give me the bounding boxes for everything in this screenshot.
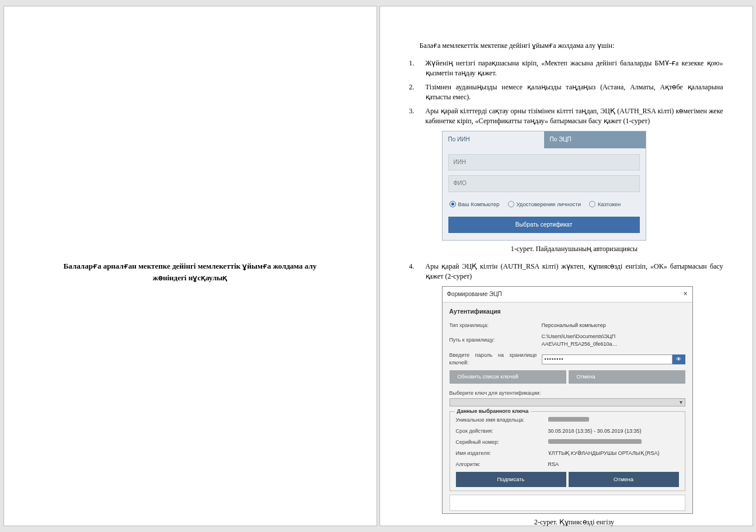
password-input[interactable]: •••••••• (542, 354, 673, 364)
auth-panel: По ИИН По ЭЦП ИИН ФИО Ваш Компьютер (442, 131, 646, 241)
list-item: Жүйенің негізгі парақшасына кіріп, «Мект… (409, 58, 723, 79)
radio-label: Удостоверение личности (517, 200, 581, 208)
label-storage-type: Тип хранилища: (450, 322, 537, 329)
eye-icon[interactable]: 👁 (673, 354, 685, 364)
radio-dot-icon (589, 201, 595, 207)
cancel-button-1[interactable]: Отмена (569, 370, 685, 384)
key-dropdown[interactable] (450, 398, 685, 406)
value-validity: 30.05.2018 (13:35) - 30.05.2019 (13:35) (548, 427, 679, 435)
password-wrap: •••••••• 👁 (542, 354, 685, 364)
label-issuer: Имя издателя: (456, 450, 544, 457)
radio-your-computer[interactable]: Ваш Компьютер (450, 200, 500, 208)
row-storage-path: Путь к хранилищу: C:\Users\User\Document… (450, 333, 685, 348)
value-storage-path: C:\Users\User\Documents\ЭЦП ААЕ\AUTH_RSA… (542, 333, 685, 348)
sign-button-row: Подписать Отмена (456, 472, 679, 487)
list-item: Ары қарай кілттерді сақтау орны тізіміне… (409, 106, 723, 255)
row-serial: Серийный номер: (456, 439, 679, 446)
value-algorithm: RSA (548, 461, 679, 468)
figure-1-caption: 1-сурет. Пайдаланушының авторизациясы (426, 244, 723, 254)
close-icon[interactable]: × (683, 289, 687, 299)
list-item-text: Ары қарай кілттерді сақтау орны тізіміне… (426, 107, 723, 125)
selected-key-fieldset: Данные выбранного ключа Уникальное имя в… (450, 411, 685, 491)
label-owner: Уникальное имя владельца: (456, 416, 544, 424)
document-spread: Балаларға арналған мектепке дейінгі мемл… (4, 6, 753, 526)
fieldset-legend: Данные выбранного ключа (455, 408, 531, 415)
figure-1: По ИИН По ЭЦП ИИН ФИО Ваш Компьютер (442, 131, 723, 241)
label-validity: Срок действия: (456, 427, 544, 435)
list-item-text: Ары қарай ЭЦҚ кілтін (AUTH_RSA кілті) жү… (426, 262, 723, 280)
output-area (450, 495, 685, 511)
radio-dot-icon (508, 201, 514, 207)
select-key-label: Выберите ключ для аутентификации: (450, 390, 685, 397)
row-password: Введите пароль на хранилище ключей: ••••… (450, 352, 685, 367)
dialog-body: Аутентификация Тип хранилища: Персональн… (443, 302, 692, 514)
value-issuer: ҰЛТТЫҚ КУӘЛАНДЫРУШЫ ОРТАЛЫҚ (RSA) (548, 450, 679, 457)
tab-ecp[interactable]: По ЭЦП (544, 131, 646, 148)
dialog-title-text: Формирование ЭЦП (447, 290, 502, 299)
refresh-keys-button[interactable]: Обновить список ключей (450, 370, 566, 384)
tab-row: По ИИН По ЭЦП (443, 131, 646, 148)
list-item: Тізімнен ауданыңызды немесе қалаңызды та… (409, 82, 723, 103)
iin-input[interactable]: ИИН (448, 154, 640, 171)
list-item: Ары қарай ЭЦҚ кілтін (AUTH_RSA кілті) жү… (409, 262, 723, 528)
sign-button[interactable]: Подписать (456, 472, 566, 487)
page-2: Балаға мемлекеттік мектепке дейінгі ұйым… (379, 6, 753, 526)
radio-id-card[interactable]: Удостоверение личности (508, 200, 581, 208)
row-algorithm: Алгоритм: RSA (456, 461, 679, 468)
tab-iin[interactable]: По ИИН (443, 131, 544, 148)
document-title: Балаларға арналған мектепке дейінгі мемл… (59, 260, 322, 283)
radio-kaztoken[interactable]: Казтокен (589, 200, 621, 208)
radio-label: Ваш Компьютер (458, 200, 500, 208)
row-issuer: Имя издателя: ҰЛТТЫҚ КУӘЛАНДЫРУШЫ ОРТАЛЫ… (456, 450, 679, 457)
auth-form: ИИН ФИО Ваш Компьютер Удостоверение личн… (443, 148, 646, 240)
auth-heading: Аутентификация (450, 307, 685, 316)
figure-2-caption: 2-сурет. Құпиясөзді енгізу (426, 517, 723, 527)
value-storage-type: Персональный компьютер (542, 322, 685, 329)
fio-input[interactable]: ФИО (448, 175, 640, 192)
row-owner: Уникальное имя владельца: (456, 416, 679, 424)
row-validity: Срок действия: 30.05.2018 (13:35) - 30.0… (456, 427, 679, 435)
grey-button-row: Обновить список ключей Отмена (450, 370, 685, 384)
label-password: Введите пароль на хранилище ключей: (450, 352, 537, 367)
storage-radio-group: Ваш Компьютер Удостоверение личности Каз… (448, 197, 640, 217)
cancel-button-2[interactable]: Отмена (569, 472, 679, 487)
value-owner (548, 416, 679, 424)
numbered-list: Жүйенің негізгі парақшасына кіріп, «Мект… (409, 58, 723, 528)
label-serial: Серийный номер: (456, 439, 544, 446)
select-cert-button[interactable]: Выбрать сертификат (448, 217, 640, 234)
radio-dot-icon (450, 201, 456, 207)
page-1: Балаларға арналған мектепке дейінгі мемл… (4, 6, 377, 526)
intro-text: Балаға мемлекеттік мектепке дейінгі ұйым… (409, 41, 723, 50)
dialog-titlebar: Формирование ЭЦП × (443, 287, 692, 302)
figure-2: Формирование ЭЦП × Аутентификация Тип хр… (442, 286, 723, 514)
label-algorithm: Алгоритм: (456, 461, 544, 468)
radio-label: Казтокен (598, 200, 621, 208)
value-serial (548, 439, 679, 446)
label-storage-path: Путь к хранилищу: (450, 336, 537, 344)
row-storage-type: Тип хранилища: Персональный компьютер (450, 322, 685, 329)
ecp-dialog: Формирование ЭЦП × Аутентификация Тип хр… (442, 286, 693, 514)
